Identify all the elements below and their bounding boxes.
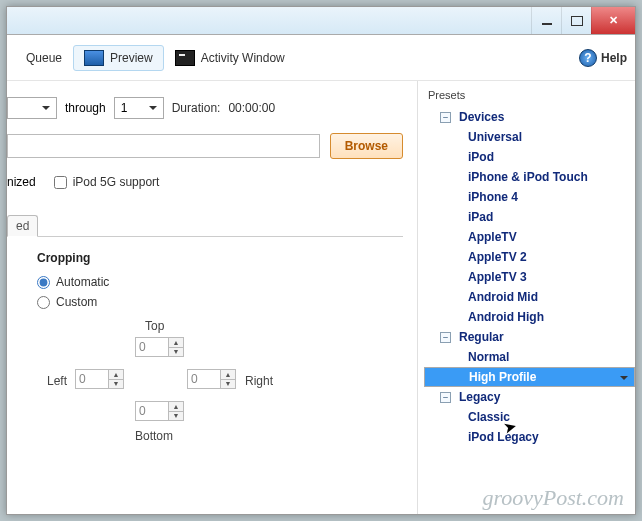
- preset-group-label: Regular: [459, 330, 504, 344]
- range-from-select[interactable]: [7, 97, 57, 119]
- anamorphic-label-fragment: nized: [7, 175, 36, 189]
- preset-group-legacy[interactable]: −Legacy: [424, 387, 635, 407]
- preset-item[interactable]: AppleTV 2: [424, 247, 635, 267]
- source-path-input[interactable]: [7, 134, 320, 158]
- preview-button[interactable]: Preview: [73, 45, 164, 71]
- crop-right-label: Right: [245, 374, 273, 388]
- help-icon: ?: [579, 49, 597, 67]
- toolbar: Queue Preview Activity Window ? Help: [7, 35, 635, 81]
- cropping-values: Top ▲▼ Left ▲▼ ▲▼ Right ▲▼ Bottom: [37, 319, 277, 469]
- preset-item[interactable]: AppleTV 3: [424, 267, 635, 287]
- preset-group-label: Devices: [459, 110, 504, 124]
- range-to-select[interactable]: 1: [114, 97, 164, 119]
- preset-item[interactable]: Android Mid: [424, 287, 635, 307]
- help-label: Help: [601, 51, 627, 65]
- presets-tree[interactable]: −DevicesUniversaliPodiPhone & iPod Touch…: [424, 107, 635, 447]
- maximize-button[interactable]: [561, 7, 591, 34]
- cropping-auto-radio[interactable]: Automatic: [37, 275, 393, 289]
- preset-group-devices[interactable]: −Devices: [424, 107, 635, 127]
- ipod5g-checkbox-input[interactable]: [54, 176, 67, 189]
- activity-label: Activity Window: [201, 51, 285, 65]
- preset-item[interactable]: iPhone 4: [424, 187, 635, 207]
- cropping-title: Cropping: [37, 251, 393, 265]
- cropping-group: Cropping Automatic Custom Top ▲▼ Left: [7, 236, 403, 479]
- minimize-button[interactable]: [531, 7, 561, 34]
- preset-item[interactable]: Universal: [424, 127, 635, 147]
- preset-item[interactable]: iPhone & iPod Touch: [424, 167, 635, 187]
- browse-button[interactable]: Browse: [330, 133, 403, 159]
- preset-item[interactable]: iPod: [424, 147, 635, 167]
- expander-icon[interactable]: −: [440, 392, 451, 403]
- ipod5g-label: iPod 5G support: [73, 175, 160, 189]
- main-pane: through 1 Duration: 00:00:00 Browse nize…: [7, 81, 417, 514]
- close-button[interactable]: [591, 7, 635, 34]
- preset-item[interactable]: Normal: [424, 347, 635, 367]
- crop-left-label: Left: [47, 374, 67, 388]
- through-label: through: [65, 101, 106, 115]
- tab-fragment[interactable]: ed: [7, 215, 38, 237]
- activity-icon: [175, 50, 195, 66]
- help-link[interactable]: ? Help: [579, 49, 627, 67]
- expander-icon[interactable]: −: [440, 332, 451, 343]
- presets-pane: Presets −DevicesUniversaliPodiPhone & iP…: [417, 81, 635, 514]
- crop-bottom-label: Bottom: [135, 429, 173, 443]
- presets-label: Presets: [424, 87, 635, 103]
- preset-item[interactable]: AppleTV: [424, 227, 635, 247]
- preview-icon: [84, 50, 104, 66]
- preset-item[interactable]: Android High: [424, 307, 635, 327]
- crop-top-spinner[interactable]: ▲▼: [135, 337, 184, 357]
- crop-top-label: Top: [145, 319, 164, 333]
- watermark: groovyPost.com: [482, 485, 624, 511]
- preset-item[interactable]: Classic: [424, 407, 635, 427]
- expander-icon[interactable]: −: [440, 112, 451, 123]
- duration-label: Duration:: [172, 101, 221, 115]
- preset-item[interactable]: iPod Legacy: [424, 427, 635, 447]
- preview-label: Preview: [110, 51, 153, 65]
- preset-item[interactable]: High Profile: [424, 367, 635, 387]
- crop-right-spinner[interactable]: ▲▼: [187, 369, 236, 389]
- cropping-custom-radio[interactable]: Custom: [37, 295, 393, 309]
- ipod5g-checkbox[interactable]: iPod 5G support: [54, 175, 160, 189]
- activity-window-button[interactable]: Activity Window: [164, 45, 296, 71]
- preset-group-regular[interactable]: −Regular: [424, 327, 635, 347]
- window-titlebar: [7, 7, 635, 35]
- duration-value: 00:00:00: [228, 101, 275, 115]
- queue-button[interactable]: Queue: [15, 46, 73, 70]
- preset-group-label: Legacy: [459, 390, 500, 404]
- queue-label: Queue: [26, 51, 62, 65]
- crop-bottom-spinner[interactable]: ▲▼: [135, 401, 184, 421]
- crop-left-spinner[interactable]: ▲▼: [75, 369, 124, 389]
- preset-item[interactable]: iPad: [424, 207, 635, 227]
